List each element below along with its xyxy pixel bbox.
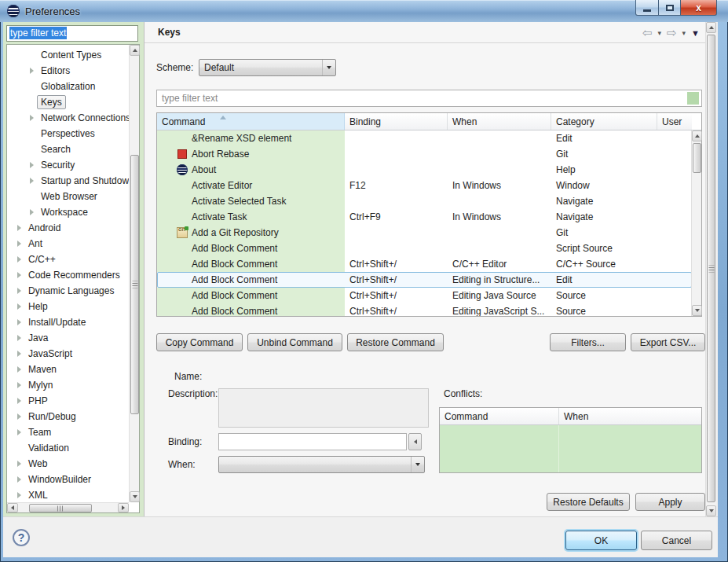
expand-arrow-icon[interactable] [13, 461, 24, 467]
expand-arrow-icon[interactable] [26, 209, 37, 215]
expand-arrow-icon[interactable] [13, 225, 24, 231]
tree-item-c-c[interactable]: C/C++ [7, 252, 129, 267]
table-scroll-down-button[interactable] [692, 305, 702, 316]
tree-item-mylyn[interactable]: Mylyn [7, 377, 129, 393]
tree-item-install-update[interactable]: Install/Update [7, 314, 129, 330]
scheme-combo[interactable]: Default [199, 59, 336, 76]
restore-command-button[interactable]: Restore Command [347, 333, 444, 351]
tree-item-team[interactable]: Team [7, 424, 129, 440]
tree-item-run-debug[interactable]: Run/Debug [7, 409, 129, 424]
expand-arrow-icon[interactable] [13, 366, 24, 373]
column-header-category[interactable]: Category [551, 113, 657, 130]
tree-item-keys[interactable]: Keys [7, 94, 129, 110]
table-row[interactable]: Add Block CommentScript Source [157, 241, 692, 256]
tree-item-javascript[interactable]: JavaScript [7, 346, 129, 362]
tree-item-ant[interactable]: Ant [7, 236, 129, 252]
expand-arrow-icon[interactable] [13, 288, 24, 294]
ok-button[interactable]: OK [565, 531, 637, 550]
expand-arrow-icon[interactable] [13, 382, 24, 388]
conflicts-column-command[interactable]: Command [440, 408, 559, 424]
table-row[interactable]: &Rename XSD elementEdit [157, 130, 692, 146]
minimize-button[interactable] [635, 0, 659, 16]
expand-arrow-icon[interactable] [13, 492, 24, 498]
expand-arrow-icon[interactable] [13, 241, 24, 247]
binding-input[interactable] [218, 433, 407, 450]
table-row[interactable]: GITAdd a Git RepositoryGit [157, 225, 692, 241]
tree-item-android[interactable]: Android [7, 220, 129, 236]
tree-item-network-connections[interactable]: Network Connections [7, 110, 129, 126]
table-row[interactable]: Add Block CommentCtrl+Shift+/C/C++ Edito… [157, 256, 692, 272]
page-scroll-down-button[interactable] [706, 505, 716, 516]
key-filter-input[interactable]: type filter text [156, 90, 702, 107]
tree-scroll-down-button[interactable] [130, 491, 140, 502]
tree-item-editors[interactable]: Editors [7, 63, 129, 79]
chevron-down-icon[interactable] [411, 457, 424, 472]
tree-item-maven[interactable]: Maven [7, 362, 129, 377]
table-row[interactable]: Add Block CommentCtrl+Shift+/Editing Jav… [157, 288, 692, 303]
tree-item-windowbuilder[interactable]: WindowBuilder [7, 472, 129, 487]
table-row[interactable]: Activate Selected TaskNavigate [157, 193, 692, 209]
tree-vertical-scrollbar[interactable] [129, 45, 139, 502]
when-combo[interactable] [218, 456, 425, 473]
restore-defaults-button[interactable]: Restore Defaults [547, 493, 630, 511]
expand-arrow-icon[interactable] [13, 335, 24, 341]
expand-arrow-icon[interactable] [13, 256, 24, 263]
expand-arrow-icon[interactable] [13, 351, 24, 357]
tree-horizontal-scrollbar[interactable] [7, 502, 129, 512]
expand-arrow-icon[interactable] [26, 115, 37, 121]
tree-item-content-types[interactable]: Content Types [7, 47, 129, 63]
page-scroll-up-button[interactable] [706, 22, 716, 33]
tree-hscrollbar-thumb[interactable] [29, 504, 92, 512]
expand-arrow-icon[interactable] [13, 476, 24, 483]
page-scrollbar-thumb[interactable] [707, 35, 715, 502]
titlebar[interactable]: Preferences x [0, 0, 728, 22]
tree-item-dynamic-languages[interactable]: Dynamic Languages [7, 283, 129, 299]
help-button[interactable]: ? [13, 529, 30, 546]
table-row[interactable]: AboutHelp [157, 162, 692, 178]
copy-command-button[interactable]: Copy Command [156, 333, 243, 351]
back-arrow-icon[interactable]: ⇦ [642, 27, 653, 39]
tree-scroll-left-button[interactable] [7, 503, 18, 512]
expand-arrow-icon[interactable] [26, 178, 37, 184]
expand-arrow-icon[interactable] [13, 272, 24, 278]
tree-item-globalization[interactable]: Globalization [7, 79, 129, 94]
expand-arrow-icon[interactable] [13, 398, 24, 404]
table-scrollbar-thumb[interactable] [693, 143, 701, 173]
sidebar-filter-input[interactable]: type filter text [6, 25, 138, 42]
tree-item-help[interactable]: Help [7, 299, 129, 314]
tree-item-workspace[interactable]: Workspace [7, 204, 129, 220]
tree-scroll-up-button[interactable] [130, 45, 140, 56]
filters-button[interactable]: Filters... [550, 333, 626, 351]
view-menu-icon[interactable]: ▼ [691, 28, 700, 38]
forward-arrow-icon[interactable]: ⇨ [667, 27, 677, 39]
maximize-button[interactable] [659, 0, 681, 16]
expand-arrow-icon[interactable] [13, 303, 24, 310]
tree-item-xml[interactable]: XML [7, 487, 129, 502]
filter-options-swatch[interactable] [687, 92, 699, 105]
table-row[interactable]: Activate TaskCtrl+F9In WindowsNavigate [157, 209, 692, 225]
tree-item-validation[interactable]: Validation [7, 440, 129, 456]
binding-capture-arrow-button[interactable] [408, 433, 422, 450]
tree-item-perspectives[interactable]: Perspectives [7, 126, 129, 141]
column-header-binding[interactable]: Binding [345, 113, 448, 130]
tree-scrollbar-thumb[interactable] [130, 155, 139, 414]
column-header-user[interactable]: User [657, 113, 692, 130]
table-row[interactable]: Add Block CommentCtrl+Shift+/Editing Jav… [157, 303, 692, 316]
tree-item-php[interactable]: PHP [7, 393, 129, 409]
table-row[interactable]: Add Block CommentCtrl+Shift+/Editing in … [157, 272, 692, 288]
tree-item-security[interactable]: Security [7, 157, 129, 173]
tree-item-java[interactable]: Java [7, 330, 129, 346]
back-history-dropdown-icon[interactable]: ▾ [657, 29, 661, 37]
conflicts-column-when[interactable]: When [559, 408, 701, 424]
tree-item-web-browser[interactable]: Web Browser [7, 189, 129, 204]
tree-item-startup-and-shutdown[interactable]: Startup and Shutdown [7, 173, 129, 189]
expand-arrow-icon[interactable] [13, 429, 24, 435]
tree-item-code-recommenders[interactable]: Code Recommenders [7, 267, 129, 283]
close-button[interactable]: x [681, 0, 717, 16]
expand-arrow-icon[interactable] [26, 68, 37, 74]
forward-history-dropdown-icon[interactable]: ▾ [682, 29, 686, 37]
page-vertical-scrollbar[interactable] [705, 22, 715, 516]
chevron-down-icon[interactable] [322, 60, 335, 75]
table-vertical-scrollbar[interactable] [691, 130, 701, 316]
expand-arrow-icon[interactable] [13, 413, 24, 420]
